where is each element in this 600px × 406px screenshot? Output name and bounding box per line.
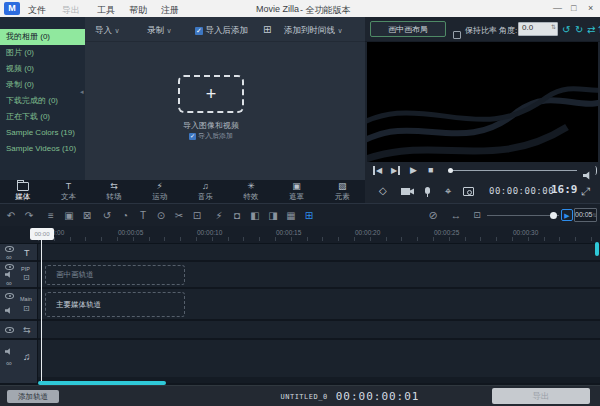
drop-zone-checkbox[interactable]: ✓ 导入后添加 (85, 131, 337, 141)
tab-media[interactable]: 媒体 (0, 180, 46, 203)
frame-view-icon[interactable]: ⊡ (470, 210, 484, 221)
pip-track[interactable]: 画中画轨道 (38, 262, 600, 289)
sidebar-item-downloading[interactable]: 正在下载 (0) (0, 109, 85, 125)
add-after-import-checkbox[interactable]: ✓ 导入后添加 (195, 25, 248, 37)
seek-slider-handle[interactable] (448, 168, 453, 173)
mute-icon[interactable] (5, 307, 12, 316)
timeline-zoom-handle[interactable] (550, 212, 557, 219)
focus-icon[interactable]: ⌖ (445, 186, 451, 196)
undo-icon[interactable]: ↶ (4, 210, 18, 221)
menu-file[interactable]: 文件 (28, 4, 46, 17)
timeline-ruler[interactable]: 00:00:00 00:00:05 00:00:10 00:00:15 00:0… (0, 226, 600, 244)
preview-video-viewport[interactable] (367, 42, 598, 162)
play-icon[interactable]: ▶ (410, 166, 417, 175)
lock-link-icon[interactable]: ∞ (6, 280, 12, 288)
freeze-frame-icon[interactable]: ⊡ (190, 210, 204, 221)
eye-icon[interactable] (5, 327, 14, 335)
spinner-icon[interactable]: ⇅ (593, 212, 597, 218)
duration-icon[interactable]: ⊙ (154, 210, 168, 221)
menu-register[interactable]: 注册 (161, 4, 179, 17)
playhead-handle[interactable]: 00:00 (30, 228, 54, 240)
pip-tool-icon[interactable]: ◨ (266, 210, 280, 221)
sidebar-item-recordings[interactable]: 录制 (0) (0, 77, 85, 93)
properties-icon[interactable]: ≡ (44, 210, 58, 221)
split-icon[interactable]: ✂ (172, 210, 186, 221)
pip-track-placeholder[interactable]: 画中画轨道 (45, 265, 185, 285)
motion-tool-icon[interactable]: ⚡ (212, 210, 226, 221)
track-header-audio[interactable]: ∞ ♫ (0, 340, 37, 377)
main-track-placeholder[interactable]: 主要媒体轨道 (45, 292, 185, 317)
mute-icon[interactable] (5, 348, 12, 357)
marker-icon[interactable]: ⊞ (302, 210, 316, 221)
sidebar-item-my-album[interactable]: 我的相册 (0) (0, 29, 85, 45)
main-track[interactable]: 主要媒体轨道 (38, 289, 600, 321)
callout-icon[interactable]: ◘ (230, 210, 244, 221)
tab-mask[interactable]: ▣ 遮罩 (274, 180, 320, 203)
eye-icon[interactable] (5, 293, 14, 301)
snap-toggle-icon[interactable]: ⊘ (426, 210, 440, 221)
playhead-line[interactable] (41, 240, 42, 383)
pip-layout-button[interactable]: 画中画布局 (370, 21, 446, 37)
track-header-text[interactable]: ∞ T (0, 244, 37, 262)
tab-music[interactable]: ♫ 音乐 (183, 180, 229, 203)
track-header-transition[interactable]: ⇆ (0, 321, 37, 340)
vertical-scrollbar[interactable] (595, 242, 599, 256)
sidebar-item-images[interactable]: 图片 (0) (0, 45, 85, 61)
tab-text[interactable]: T 文本 (46, 180, 92, 203)
minimize-button[interactable]: — (553, 3, 562, 13)
maximize-button[interactable]: □ (571, 3, 576, 13)
aspect-ratio-display[interactable]: 16:9 (551, 185, 578, 195)
add-to-timeline-dropdown[interactable]: 添加到时间线 ∨ (284, 25, 343, 37)
audio-track[interactable] (38, 340, 600, 377)
delete-icon[interactable]: ⊠ (80, 210, 94, 221)
render-icon[interactable]: ◇ (379, 186, 387, 196)
stop-icon[interactable]: ■ (428, 166, 433, 175)
text-track[interactable] (38, 244, 600, 262)
lock-link-icon[interactable]: ∞ (6, 360, 12, 368)
menu-tools[interactable]: 工具 (97, 4, 115, 17)
sidebar-collapse-icon[interactable]: ◂ (80, 88, 84, 96)
rotate-ccw-icon[interactable]: ↺ (562, 24, 570, 35)
text-tool-icon[interactable]: T (136, 210, 150, 221)
menu-help[interactable]: 帮助 (129, 4, 147, 17)
tab-elements[interactable]: ▧ 元素 (319, 180, 365, 203)
jump-end-icon[interactable]: ▶ (391, 166, 400, 175)
grid-view-icon[interactable]: ⊞ (263, 25, 271, 35)
redo-icon[interactable]: ↷ (22, 210, 36, 221)
track-header-pip[interactable]: ∞ PIP ⊡ (0, 262, 37, 289)
snapshot-icon[interactable] (463, 187, 474, 198)
mic-icon[interactable] (425, 186, 430, 196)
crop-icon[interactable]: ◧ (248, 210, 262, 221)
export-button[interactable]: 导出 (492, 388, 590, 404)
transition-track[interactable] (38, 321, 600, 340)
timeline-zoom-slider[interactable] (487, 215, 559, 216)
timeline-tracks[interactable]: 画中画轨道 主要媒体轨道 (38, 244, 600, 383)
speed-icon[interactable]: ◔ (118, 210, 132, 221)
mosaic-icon[interactable]: ▦ (284, 210, 298, 221)
seek-slider[interactable] (450, 170, 577, 171)
import-drop-zone[interactable]: + (178, 75, 244, 113)
close-button[interactable]: × (588, 3, 593, 13)
copy-icon[interactable]: ▣ (62, 210, 76, 221)
fullscreen-icon[interactable]: ⤢ (581, 186, 590, 196)
duration-input[interactable]: 00:05⇅ (574, 208, 597, 222)
tab-effects[interactable]: ✳ 特效 (228, 180, 274, 203)
camera-record-icon[interactable] (401, 187, 414, 198)
jump-start-icon[interactable]: ◀ (373, 166, 382, 175)
add-track-button[interactable]: 添加轨道 (7, 390, 59, 403)
tab-motion[interactable]: ⚡ 运动 (137, 180, 183, 203)
import-dropdown[interactable]: 导入 ∨ (95, 25, 120, 37)
angle-input[interactable]: 0.0 ⇅ (518, 22, 558, 36)
fit-timeline-icon[interactable]: ↔ (449, 210, 463, 221)
track-header-main[interactable]: Main ⊡ (0, 289, 37, 321)
record-dropdown[interactable]: 录制 ∨ (147, 25, 172, 37)
sidebar-item-sample-videos[interactable]: Sample Videos (10) (0, 141, 85, 157)
keep-ratio-checkbox[interactable] (453, 25, 461, 43)
sidebar-item-videos[interactable]: 视频 (0) (0, 61, 85, 77)
tab-transitions[interactable]: ⇆ 转场 (91, 180, 137, 203)
reverse-icon[interactable]: ↺ (100, 210, 114, 221)
rotate-cw-icon[interactable]: ↻ (575, 24, 583, 35)
spinner-icon[interactable]: ⇅ (551, 23, 557, 30)
sidebar-item-downloaded[interactable]: 下载完成的 (0) (0, 93, 85, 109)
sidebar-item-sample-colors[interactable]: Sample Colors (19) (0, 125, 85, 141)
